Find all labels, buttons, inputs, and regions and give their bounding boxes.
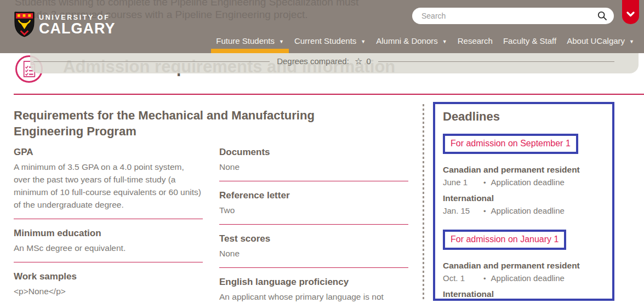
- section-divider: [219, 267, 408, 268]
- deadline-date: Jan. 15: [443, 206, 483, 215]
- nav-item-label: Faculty & Staff: [503, 36, 556, 45]
- deadline-row: Oct. 1•Application deadline: [443, 273, 605, 283]
- chevron-down-icon: ▼: [442, 39, 447, 44]
- divider-line: [33, 61, 270, 62]
- section-divider: [14, 219, 203, 219]
- section-body: A minimum of 3.5 GPA on a 4.0 point syst…: [14, 161, 203, 211]
- deadline-groups: For admission on September 1Canadian and…: [443, 130, 605, 303]
- admission-date-title: For admission on September 1: [451, 139, 571, 148]
- deadline-date: June 1: [443, 178, 483, 187]
- compare-label: Degrees compared:: [277, 56, 349, 66]
- deadline-row: Jan. 15•Application deadline: [443, 206, 605, 215]
- search-icon[interactable]: [597, 11, 607, 21]
- section-body: None: [219, 247, 408, 260]
- section-title: Work samples: [14, 271, 203, 282]
- nav-item-about-ucalgary[interactable]: About UCalgary▼: [567, 31, 634, 53]
- ucalgary-logo[interactable]: UNIVERSITY OF CALGARY: [14, 12, 116, 37]
- section-body: An applicant whose primary language is n…: [219, 290, 408, 303]
- section-divider: [219, 181, 408, 181]
- deadline-label: Application deadline: [491, 273, 565, 283]
- compare-count: 0: [367, 56, 371, 66]
- nav-item-research[interactable]: Research: [458, 31, 493, 53]
- section-title: Test scores: [219, 233, 408, 244]
- nav-item-label: About UCalgary: [567, 36, 625, 45]
- nav-item-current-students[interactable]: Current Students▼: [294, 31, 366, 53]
- requirements-heading: Requirements for the Mechanical and Manu…: [14, 107, 354, 139]
- logo-text: UNIVERSITY OF CALGARY: [39, 12, 116, 37]
- nav-item-future-students[interactable]: Future Students▼: [216, 31, 284, 53]
- header-expand-tab[interactable]: [622, 0, 639, 24]
- star-icon: ☆: [355, 56, 362, 66]
- nav-item-label: Alumni & Donors: [376, 36, 438, 45]
- section-title: Reference letter: [219, 190, 408, 201]
- deadline-label: Application deadline: [491, 206, 565, 215]
- chevron-down-icon: ▼: [361, 39, 366, 44]
- nav-item-alumni-donors[interactable]: Alumni & Donors▼: [376, 31, 447, 53]
- requirements-middle-column: DocumentsNoneReference letterTwoTest sco…: [219, 147, 408, 303]
- site-header: Students wishing to complete the Pipelin…: [0, 0, 644, 53]
- page: Students wishing to complete the Pipelin…: [0, 0, 644, 303]
- section-body: None: [219, 161, 408, 173]
- deadline-category: International: [443, 193, 605, 203]
- section-divider: [14, 262, 203, 262]
- ucalgary-crest-icon: [14, 12, 35, 37]
- divider-line: [378, 61, 614, 62]
- section-divider: [219, 224, 408, 225]
- title-rule: [14, 94, 644, 95]
- section-title: GPA: [14, 147, 203, 158]
- deadline-group: For admission on September 1Canadian and…: [443, 130, 605, 215]
- degrees-compared-status[interactable]: Degrees compared: ☆ 0: [277, 56, 371, 66]
- deadline-group: For admission on January 1Canadian and p…: [443, 226, 605, 303]
- nav-item-label: Research: [458, 36, 493, 45]
- section-title: Documents: [219, 147, 408, 158]
- section-title: Minimum education: [14, 228, 203, 239]
- main-nav: Future Students▼Current Students▼Alumni …: [216, 31, 634, 53]
- section-body: Two: [219, 204, 408, 216]
- section-title: English language proficiency: [219, 277, 408, 288]
- bullet-icon: •: [483, 275, 486, 283]
- column-divider: [423, 104, 424, 300]
- admission-date-highlight-box: For admission on January 1: [443, 230, 566, 250]
- chevron-down-icon: [626, 12, 635, 17]
- deadlines-heading: Deadlines: [443, 110, 605, 124]
- section-body: <p>None</p>: [14, 285, 203, 298]
- bullet-icon: •: [483, 207, 486, 215]
- nav-item-faculty-staff[interactable]: Faculty & Staff: [503, 31, 556, 53]
- degrees-compare-bar: Degrees compared: ☆ 0: [30, 53, 639, 73]
- chevron-down-icon: ▼: [279, 39, 284, 44]
- deadline-category: Canadian and permanent resident: [443, 261, 605, 271]
- nav-item-label: Current Students: [294, 36, 356, 45]
- deadline-category: International: [443, 289, 605, 299]
- admission-date-title: For admission on January 1: [451, 235, 558, 244]
- nav-item-label: Future Students: [216, 36, 275, 45]
- deadline-date: Oct. 1: [443, 273, 483, 283]
- chevron-down-icon: ▼: [629, 39, 634, 44]
- section-body: An MSc degree or equivalent.: [14, 242, 203, 254]
- bullet-icon: •: [483, 179, 486, 187]
- deadline-label: Application deadline: [491, 178, 565, 187]
- search-bar[interactable]: [412, 8, 614, 24]
- background-page-text: Students wishing to complete the Pipelin…: [15, 0, 358, 8]
- admission-date-highlight-box: For admission on September 1: [443, 134, 578, 154]
- search-input[interactable]: [412, 8, 593, 24]
- deadline-row: June 1•Application deadline: [443, 178, 605, 187]
- logo-line-calgary: CALGARY: [39, 20, 116, 37]
- deadline-category: Canadian and permanent resident: [443, 165, 605, 175]
- requirements-left-column: GPAA minimum of 3.5 GPA on a 4.0 point s…: [14, 147, 203, 298]
- deadlines-panel: Deadlines For admission on September 1Ca…: [433, 102, 614, 301]
